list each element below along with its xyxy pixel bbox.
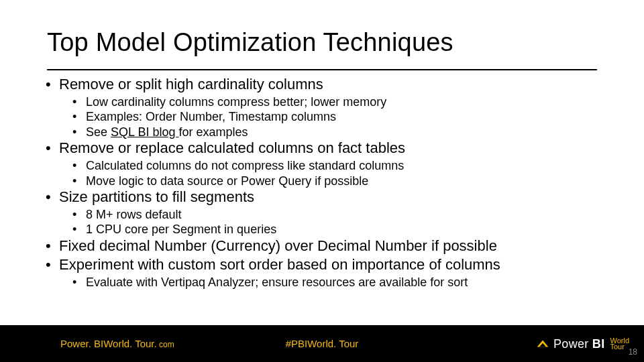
bullet-l1: Experiment with custom sort order based … bbox=[39, 256, 610, 274]
footer-bar: Power. BIWorld. Tour. com #PBIWorld. Tou… bbox=[0, 325, 644, 362]
sql-bi-blog-link[interactable]: SQL BI blog bbox=[111, 125, 178, 139]
bullet-l2: 8 M+ rows default bbox=[39, 207, 610, 223]
brand-pre: Power bbox=[553, 337, 592, 350]
brand-worldtour: World Tour bbox=[610, 337, 629, 350]
slide-title: Top Model Optimization Techniques bbox=[47, 28, 597, 57]
bullet-l1: Size partitions to fill segments bbox=[39, 188, 610, 206]
footer-left: Power. BIWorld. Tour. com bbox=[0, 338, 174, 349]
text: See bbox=[86, 125, 111, 139]
text: for examples bbox=[178, 125, 248, 139]
bullet-l2: 1 CPU core per Segment in queries bbox=[39, 222, 610, 237]
bullet-l2: Evaluate with Vertipaq Analyzer; ensure … bbox=[39, 275, 610, 290]
content-area: Remove or split high cardinality columns… bbox=[0, 70, 644, 290]
bullet-l2: Move logic to data source or Power Query… bbox=[39, 174, 610, 189]
brand-bold: BI bbox=[592, 337, 605, 350]
bullet-l1: Remove or replace calculated columns on … bbox=[39, 139, 610, 158]
bullet-l2: Examples: Order Number, Timestamp column… bbox=[39, 109, 610, 125]
slide: Top Model Optimization Techniques Remove… bbox=[0, 0, 644, 362]
footer-hashtag: #PBIWorld. Tour bbox=[286, 338, 359, 349]
brand-text: Power BI bbox=[553, 337, 604, 351]
bullet-l1: Remove or split high cardinality columns bbox=[39, 76, 610, 94]
bullet-l1: Fixed decimal Number (Currency) over Dec… bbox=[39, 237, 610, 255]
bullet-l2: Calculated columns do not compress like … bbox=[39, 158, 610, 174]
title-area: Top Model Optimization Techniques bbox=[0, 0, 644, 62]
footer-url-suffix: com bbox=[157, 340, 174, 349]
brand-tour: Tour bbox=[610, 344, 629, 350]
bullet-l2: Low cardinality columns compress better;… bbox=[39, 95, 610, 110]
powerbi-logo-icon bbox=[536, 339, 549, 349]
bullet-l2: See SQL BI blog for examples bbox=[39, 125, 610, 140]
page-number: 18 bbox=[629, 347, 637, 357]
footer-brand: Power BI World Tour bbox=[536, 337, 629, 351]
footer-url-main: Power. BIWorld. Tour. bbox=[60, 338, 157, 349]
